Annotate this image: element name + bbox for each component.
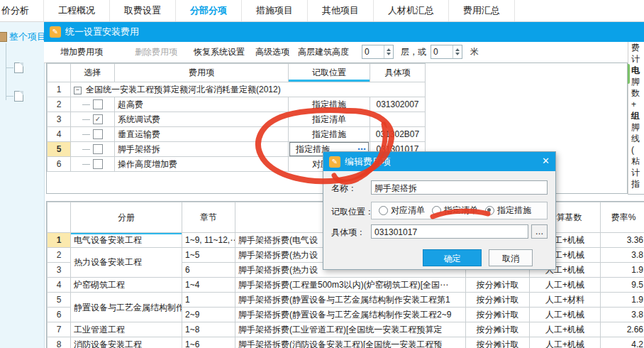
checkbox-unchecked[interactable]	[93, 99, 103, 109]
book-cell[interactable]: 消防设备安装工程	[71, 337, 182, 348]
chapter-cell[interactable]: 1~4	[182, 278, 235, 293]
fee-row[interactable]: 3 ✓ 系统调试费 指定清单	[48, 112, 426, 127]
browse-button[interactable]: …	[531, 224, 548, 239]
code-cell[interactable]: 031302B07	[370, 127, 426, 142]
book-cell[interactable]: 热力设备安装工程	[71, 248, 182, 278]
rate-cell[interactable]: 1.9	[601, 263, 644, 278]
position-cell[interactable]: 指定措施	[289, 127, 370, 142]
chapter-cell[interactable]: 1~6	[182, 337, 235, 348]
select-column-header[interactable]: 选择	[71, 64, 115, 82]
stepper-arrows-icon[interactable]	[453, 45, 462, 58]
rate-cell[interactable]: 2.66	[601, 322, 644, 337]
detail-row[interactable]: 7 工业管道工程 1~8 脚手架搭拆费(工业管道工程)[全国统一安装工程预算定 …	[48, 322, 644, 337]
rate-cell[interactable]: 3.36	[601, 233, 644, 248]
panel-text: 数	[628, 87, 644, 99]
radio-specified-list[interactable]: 指定清单	[432, 205, 478, 217]
restore-defaults-button[interactable]: 恢复系统设置	[194, 46, 245, 58]
checkbox-unchecked[interactable]	[93, 129, 103, 139]
advanced-options-button[interactable]: 高级选项	[255, 46, 289, 58]
desc-cell[interactable]: 脚手架搭拆费(静置设备与工艺金属结构制作安装工程2~9	[235, 308, 466, 322]
book-column-header[interactable]: 分册	[71, 202, 182, 233]
rate-cell[interactable]: 9.5	[601, 278, 644, 293]
document-node-icon[interactable]	[14, 91, 23, 102]
book-cell[interactable]: 电气设备安装工程	[71, 233, 182, 248]
fee-name-cell[interactable]: 脚手架搭拆	[115, 142, 289, 157]
mode-cell[interactable]: 按分摊计取	[466, 278, 530, 293]
tab-subitems[interactable]: 分部分项	[176, 0, 242, 21]
fee-name-cell[interactable]: 系统调试费	[115, 112, 289, 127]
code-cell[interactable]: 031302007	[370, 97, 426, 112]
fee-name-cell[interactable]: 操作高度增加费	[115, 157, 289, 172]
checkbox-unchecked[interactable]	[93, 159, 103, 169]
rate-cell[interactable]: 3.8	[601, 308, 644, 322]
base-cell[interactable]: 人工+机械	[530, 308, 601, 322]
corner-header[interactable]	[48, 64, 71, 82]
detail-row[interactable]: 8 消防设备安装工程 1~6 脚手架搭拆费(消防设备安装工程)[全国统一安装工程…	[48, 337, 644, 348]
position-cell[interactable]: 指定措施	[289, 97, 370, 112]
rate-cell[interactable]: 1.9	[601, 293, 644, 308]
tab-other-items[interactable]: 其他项目	[308, 0, 374, 21]
fee-group-row[interactable]: 1 −全国统一安装工程预算定额河北省消耗量定额(2012)	[48, 82, 426, 97]
fee-column-header[interactable]: 费用项	[115, 64, 289, 82]
checkbox-unchecked[interactable]	[93, 144, 103, 154]
name-input[interactable]: 脚手架搭拆	[371, 180, 548, 195]
add-fee-button[interactable]: 增加费用项	[60, 46, 103, 58]
tab-measures[interactable]: 措施项目	[242, 0, 308, 21]
radio-specified-measure[interactable]: 指定措施	[485, 205, 531, 217]
tab-fee-settings[interactable]: 取费设置	[110, 0, 176, 21]
rate-column-header[interactable]: 费率%	[601, 202, 644, 233]
corner-header[interactable]	[48, 202, 71, 233]
base-cell[interactable]: 人工+机械	[530, 278, 601, 293]
position-cell[interactable]: 指定清单	[289, 112, 370, 127]
base-cell[interactable]: 人工+材料	[530, 293, 601, 308]
stepper-arrows-icon[interactable]	[384, 45, 393, 58]
rate-cell[interactable]: 3.8	[601, 248, 644, 263]
desc-cell[interactable]: 脚手架搭拆费(工程量500m3以内)(炉窑砌筑工程)[全国⋯	[235, 278, 466, 293]
fee-row[interactable]: 4 垂直运输费 指定措施 031302B07	[48, 127, 426, 142]
chapter-cell[interactable]: 2~9	[182, 308, 235, 322]
mode-cell[interactable]: 按分摊计取	[466, 293, 530, 308]
tab-cost-analysis[interactable]: 价分析	[0, 0, 44, 21]
ok-button[interactable]: 确定	[423, 249, 482, 266]
book-cell[interactable]: 炉窑砌筑工程	[71, 278, 182, 293]
position-column-header[interactable]: 记取位置	[289, 64, 370, 82]
fee-name-cell[interactable]: 垂直运输费	[115, 127, 289, 142]
meters-stepper[interactable]: 0	[431, 45, 462, 59]
radio-matching-list[interactable]: 对应清单	[379, 205, 425, 217]
cancel-button[interactable]: 取消	[489, 249, 533, 266]
delete-fee-button[interactable]: 删除费用项	[135, 46, 177, 58]
tab-project-overview[interactable]: 工程概况	[44, 0, 110, 21]
base-cell[interactable]: 人工+机械	[530, 337, 601, 348]
desc-cell[interactable]: 脚手架搭拆费(工业管道工程)[全国统一安装工程预算定	[235, 322, 466, 337]
chapter-cell[interactable]: 1	[182, 293, 235, 308]
close-icon[interactable]: ✕	[542, 156, 550, 166]
mode-cell[interactable]: 按分摊计取	[466, 308, 530, 322]
tree-root-item[interactable]: 整个项目	[0, 31, 46, 43]
mode-cell[interactable]: 按分摊计取	[466, 322, 530, 337]
chapter-cell[interactable]: 6	[182, 263, 235, 278]
checkbox-checked[interactable]: ✓	[93, 114, 103, 124]
collapse-icon[interactable]: −	[74, 87, 82, 94]
desc-cell[interactable]: 脚手架搭拆费(消防设备安装工程)[全国统一安装工程预	[235, 337, 466, 348]
chapter-cell[interactable]: 1~9, 11~12,⋯	[182, 233, 235, 248]
desc-cell[interactable]: 脚手架搭拆费(静置设备与工艺金属结构制作安装工程第1	[235, 293, 466, 308]
chapter-cell[interactable]: 1~8	[182, 322, 235, 337]
detail-row[interactable]: 5 静置设备与工艺金属结构制作安装工程 1 脚手架搭拆费(静置设备与工艺金属结构…	[48, 293, 644, 308]
item-code-input[interactable]: 031301017	[371, 224, 528, 239]
chapter-column-header[interactable]: 章节	[182, 202, 235, 233]
book-cell[interactable]: 静置设备与工艺金属结构制作安装工程	[71, 293, 182, 322]
base-cell[interactable]: 人工+机械	[530, 322, 601, 337]
tab-fee-summary[interactable]: 费用汇总	[449, 0, 515, 21]
rate-cell[interactable]: 4.2	[601, 337, 644, 348]
fee-row[interactable]: 2 超高费 指定措施 031302007	[48, 97, 426, 112]
code-cell[interactable]	[370, 112, 426, 127]
tab-labor-summary[interactable]: 人材机汇总	[374, 0, 449, 21]
floors-stepper[interactable]: 0	[362, 45, 394, 59]
document-node-icon[interactable]	[14, 62, 23, 73]
mode-cell[interactable]: 按分摊计取	[466, 337, 530, 348]
fee-name-cell[interactable]: 超高费	[115, 97, 289, 112]
book-cell[interactable]: 工业管道工程	[71, 322, 182, 337]
chapter-cell[interactable]: 1~5	[182, 248, 235, 263]
item-column-header[interactable]: 具体项	[370, 64, 426, 82]
detail-row[interactable]: 4 炉窑砌筑工程 1~4 脚手架搭拆费(工程量500m3以内)(炉窑砌筑工程)[…	[48, 278, 644, 293]
